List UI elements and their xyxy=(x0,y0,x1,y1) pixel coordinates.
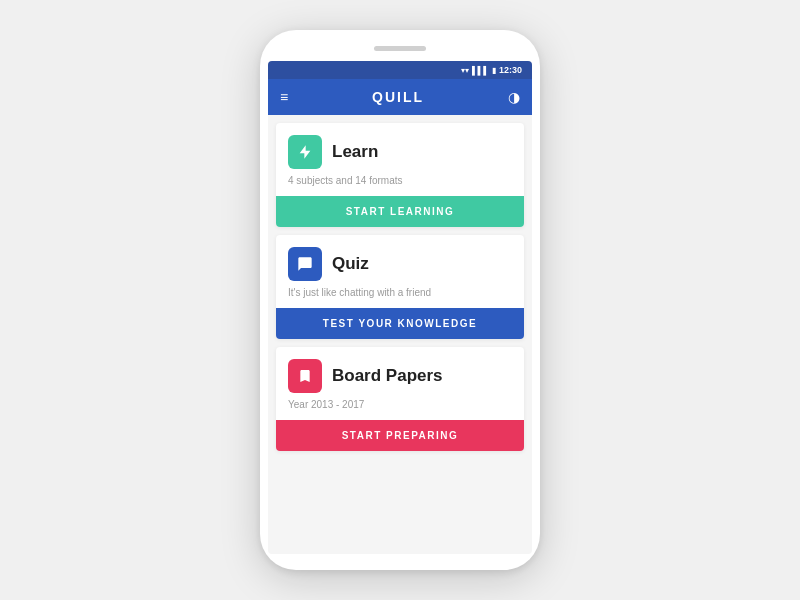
learn-card: Learn 4 subjects and 14 formats START LE… xyxy=(276,123,524,227)
quiz-title: Quiz xyxy=(332,254,369,274)
phone-speaker xyxy=(374,46,426,51)
wifi-icon: ▾▾ xyxy=(461,66,469,75)
quiz-subtitle: It's just like chatting with a friend xyxy=(276,285,524,308)
quiz-icon-wrapper xyxy=(288,247,322,281)
battery-icon: ▮ xyxy=(492,66,496,75)
status-bar: ▾▾ ▌▌▌ ▮ 12:30 xyxy=(268,61,532,79)
bookmark-icon xyxy=(297,368,313,384)
app-title: QUILL xyxy=(288,89,508,105)
status-time: 12:30 xyxy=(499,65,522,75)
learn-icon-wrapper xyxy=(288,135,322,169)
board-papers-card-header: Board Papers xyxy=(276,347,524,397)
chat-icon xyxy=(297,256,313,272)
nav-bar: ≡ QUILL ◑ xyxy=(268,79,532,115)
board-papers-title: Board Papers xyxy=(332,366,443,386)
signal-icon: ▌▌▌ xyxy=(472,66,489,75)
profile-icon[interactable]: ◑ xyxy=(508,89,520,105)
board-papers-card: Board Papers Year 2013 - 2017 START PREP… xyxy=(276,347,524,451)
board-papers-icon-wrapper xyxy=(288,359,322,393)
phone-screen: ▾▾ ▌▌▌ ▮ 12:30 ≡ QUILL ◑ Learn 4 xyxy=(268,61,532,554)
menu-icon[interactable]: ≡ xyxy=(280,89,288,105)
lightning-icon xyxy=(297,144,313,160)
content-area: Learn 4 subjects and 14 formats START LE… xyxy=(268,115,532,554)
phone-device: ▾▾ ▌▌▌ ▮ 12:30 ≡ QUILL ◑ Learn 4 xyxy=(260,30,540,570)
learn-title: Learn xyxy=(332,142,378,162)
quiz-card: Quiz It's just like chatting with a frie… xyxy=(276,235,524,339)
start-preparing-button[interactable]: START PREPARING xyxy=(276,420,524,451)
board-papers-subtitle: Year 2013 - 2017 xyxy=(276,397,524,420)
learn-card-header: Learn xyxy=(276,123,524,173)
learn-subtitle: 4 subjects and 14 formats xyxy=(276,173,524,196)
test-knowledge-button[interactable]: TEST YOUR KNOWLEDGE xyxy=(276,308,524,339)
quiz-card-header: Quiz xyxy=(276,235,524,285)
start-learning-button[interactable]: START LEARNING xyxy=(276,196,524,227)
status-icons: ▾▾ ▌▌▌ ▮ 12:30 xyxy=(461,65,522,75)
